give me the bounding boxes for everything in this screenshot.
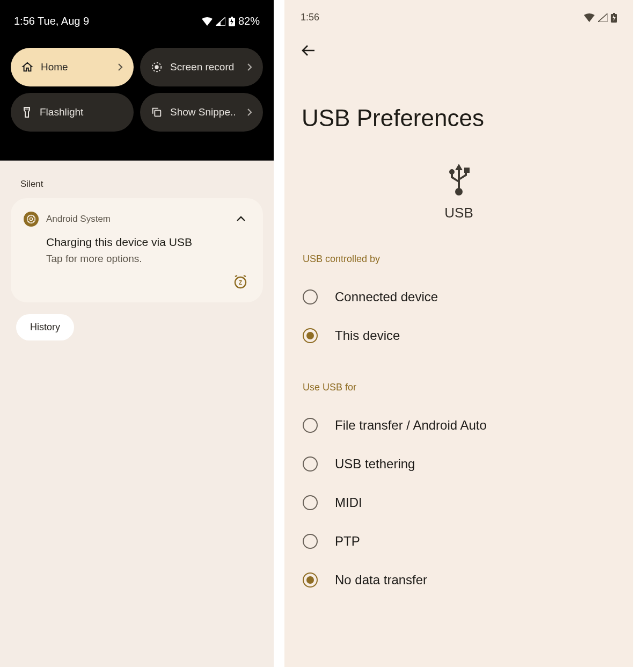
notification-title: Charging this device via USB [46, 236, 250, 249]
notification-subtitle: Tap for more options. [46, 253, 250, 265]
collapse-notification-button[interactable] [232, 210, 250, 228]
wifi-icon [202, 17, 213, 26]
radio-midi[interactable]: MIDI [299, 483, 618, 522]
radio-usb-tethering[interactable]: USB tethering [299, 445, 618, 483]
history-button[interactable]: History [16, 314, 74, 340]
status-bar: 1:56 [299, 0, 618, 23]
qs-tile-flashlight[interactable]: Flashlight [11, 93, 134, 132]
tile-label: Screen record [170, 61, 239, 73]
tile-label: Show Snippe.. [170, 106, 239, 118]
chevron-right-icon [118, 63, 123, 71]
arrow-left-icon [302, 45, 316, 56]
notification-shade-panel: 1:56 Tue, Aug 9 82% Home Screen record [0, 0, 284, 667]
back-row [299, 23, 618, 59]
svg-point-7 [30, 218, 32, 220]
radio-connected-device[interactable]: Connected device [299, 278, 618, 316]
tile-label: Home [41, 61, 110, 73]
notification-header: Android System [24, 210, 250, 228]
qs-tile-show-snippet[interactable]: Show Snippe.. [140, 93, 263, 132]
svg-line-15 [33, 216, 34, 218]
wifi-icon [584, 13, 595, 22]
quick-settings-area: 1:56 Tue, Aug 9 82% Home Screen record [0, 0, 274, 161]
notification-app-name: Android System [46, 214, 224, 224]
tile-label: Flashlight [40, 106, 123, 118]
svg-point-20 [455, 188, 463, 195]
usb-label: USB [299, 205, 618, 221]
usb-graphic: USB [299, 162, 618, 221]
chevron-up-icon [236, 216, 246, 222]
svg-line-14 [28, 221, 30, 222]
qs-tile-screen-record[interactable]: Screen record [140, 48, 263, 86]
status-icons [584, 13, 617, 23]
notifications-panel: Silent Android System Charging this devi… [0, 161, 274, 359]
copy-icon [151, 106, 163, 118]
svg-point-3 [155, 65, 158, 69]
svg-line-12 [28, 216, 30, 218]
battery-percentage: 82% [238, 15, 260, 27]
clock: 1:56 [301, 12, 319, 23]
notification-card-usb[interactable]: Android System Charging this device via … [11, 198, 263, 302]
usb-icon [444, 162, 473, 197]
radio-circle-icon [303, 418, 318, 433]
svg-rect-22 [464, 168, 470, 173]
radio-file-transfer[interactable]: File transfer / Android Auto [299, 406, 618, 445]
notification-body: Charging this device via USB Tap for mor… [24, 228, 250, 265]
chevron-right-icon [247, 108, 252, 117]
signal-icon [598, 13, 608, 22]
svg-rect-1 [231, 17, 233, 18]
radio-ptp[interactable]: PTP [299, 522, 618, 561]
battery-icon [229, 17, 235, 26]
flashlight-icon [21, 106, 32, 118]
snooze-row: Z [24, 274, 250, 292]
radio-circle-icon [303, 534, 318, 549]
radio-label: USB tethering [335, 456, 415, 472]
history-label: History [30, 322, 60, 332]
signal-icon [216, 17, 225, 26]
clock-date: 1:56 Tue, Aug 9 [14, 15, 89, 27]
group-header-use-usb-for: Use USB for [299, 382, 618, 393]
radio-label: Connected device [335, 289, 438, 305]
home-icon [21, 61, 33, 73]
status-icons: 82% [202, 15, 260, 27]
radio-circle-selected-icon [303, 572, 318, 588]
svg-rect-19 [613, 13, 615, 15]
section-silent-label: Silent [11, 179, 263, 190]
gear-icon [24, 212, 39, 227]
back-button[interactable] [302, 49, 316, 58]
radio-this-device[interactable]: This device [299, 316, 618, 355]
group-header-controlled-by: USB controlled by [299, 253, 618, 265]
qs-tile-home[interactable]: Home [11, 48, 134, 86]
radio-label: PTP [335, 534, 360, 549]
radio-circle-icon [303, 456, 318, 472]
radio-label: This device [335, 328, 400, 343]
svg-rect-5 [155, 110, 160, 116]
chevron-right-icon [247, 63, 252, 71]
record-icon [151, 61, 163, 73]
radio-label: No data transfer [335, 572, 427, 588]
radio-label: MIDI [335, 495, 362, 510]
radio-no-data-transfer[interactable]: No data transfer [299, 561, 618, 599]
radio-circle-icon [303, 289, 318, 305]
quick-settings-tiles: Home Screen record Flashlight Show Snipp… [11, 48, 263, 132]
svg-point-21 [449, 169, 455, 175]
svg-line-13 [33, 221, 34, 222]
usb-preferences-panel: 1:56 USB Preferences USB USB controlled … [284, 0, 633, 667]
svg-text:Z: Z [239, 280, 242, 286]
snooze-button[interactable]: Z [233, 274, 248, 292]
battery-icon [611, 13, 617, 23]
radio-circle-icon [303, 495, 318, 510]
page-title: USB Preferences [299, 105, 618, 132]
status-bar: 1:56 Tue, Aug 9 82% [11, 0, 263, 27]
snooze-icon: Z [233, 274, 248, 289]
radio-group-controlled-by: Connected device This device [299, 278, 618, 355]
radio-label: File transfer / Android Auto [335, 418, 487, 433]
radio-circle-selected-icon [303, 328, 318, 343]
radio-group-use-usb-for: File transfer / Android Auto USB tetheri… [299, 406, 618, 599]
